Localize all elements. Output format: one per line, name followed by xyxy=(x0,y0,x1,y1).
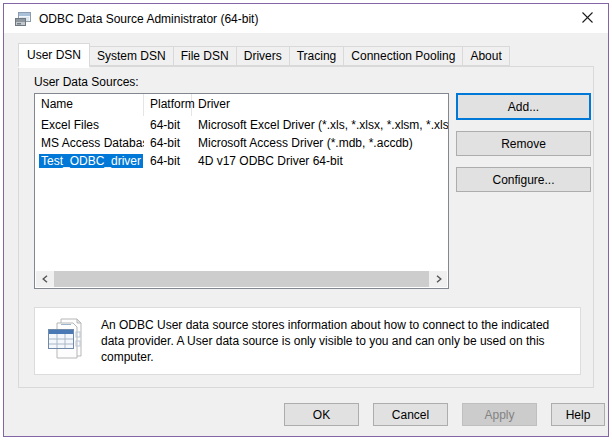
list-header: Name Platform Driver xyxy=(35,94,448,116)
dsn-name: Test_ODBC_driver xyxy=(39,154,143,168)
dsn-name: Excel Files xyxy=(39,118,101,132)
scroll-left-button[interactable] xyxy=(36,271,53,287)
window-title: ODBC Data Source Administrator (64-bit) xyxy=(39,12,258,26)
dsn-action-buttons: Add... Remove Configure... xyxy=(456,93,591,192)
odbc-app-icon xyxy=(15,11,31,27)
table-row[interactable]: Test_ODBC_driver 64-bit 4D v17 ODBC Driv… xyxy=(35,152,448,170)
dsn-platform: 64-bit xyxy=(144,152,192,170)
close-icon xyxy=(582,11,593,26)
close-button[interactable] xyxy=(566,4,608,33)
info-box: An ODBC User data source stores informat… xyxy=(34,307,581,375)
column-header-name[interactable]: Name xyxy=(35,94,144,116)
tab-label: System DSN xyxy=(97,49,166,63)
apply-button[interactable]: Apply xyxy=(462,403,537,426)
title-bar: ODBC Data Source Administrator (64-bit) xyxy=(4,4,608,33)
tab[interactable]: About xyxy=(462,46,509,66)
dsn-name: MS Access Database xyxy=(39,136,144,150)
user-data-sources-label: User Data Sources: xyxy=(34,75,139,89)
column-header-driver[interactable]: Driver xyxy=(192,94,448,116)
tab-label: Connection Pooling xyxy=(351,49,455,63)
list-body: Excel Files 64-bit Microsoft Excel Drive… xyxy=(35,116,448,170)
tab[interactable]: Tracing xyxy=(289,46,345,66)
ok-button[interactable]: OK xyxy=(284,403,359,426)
tab[interactable]: System DSN xyxy=(89,46,174,66)
dsn-driver: 4D v17 ODBC Driver 64-bit xyxy=(192,152,448,170)
dsn-driver: Microsoft Access Driver (*.mdb, *.accdb) xyxy=(192,134,448,152)
odbc-administrator-window: ODBC Data Source Administrator (64-bit) … xyxy=(3,3,609,437)
tab[interactable]: File DSN xyxy=(173,46,237,66)
tab-label: Tracing xyxy=(297,49,337,63)
data-source-document-icon xyxy=(47,316,85,363)
cancel-button[interactable]: Cancel xyxy=(373,403,448,426)
help-button[interactable]: Help xyxy=(551,403,605,426)
scroll-right-button[interactable] xyxy=(430,271,447,287)
tab[interactable]: Drivers xyxy=(236,46,290,66)
add-button[interactable]: Add... xyxy=(456,93,591,120)
dialog-footer: OK Cancel Apply Help xyxy=(284,403,605,426)
tab[interactable]: User DSN xyxy=(18,43,90,68)
tab-label: User DSN xyxy=(27,48,81,62)
user-dsn-tab-page: User Data Sources: Name Platform Driver … xyxy=(18,66,594,388)
dsn-platform: 64-bit xyxy=(144,134,192,152)
tab-strip: User DSN System DSN File DSN Drivers Tra… xyxy=(18,43,509,66)
dsn-platform: 64-bit xyxy=(144,116,192,134)
user-data-sources-list: Name Platform Driver Excel Files 64-bit … xyxy=(34,93,449,289)
remove-button[interactable]: Remove xyxy=(456,131,591,156)
tab[interactable]: Connection Pooling xyxy=(343,46,463,66)
tab-label: Drivers xyxy=(244,49,282,63)
info-text: An ODBC User data source stores informat… xyxy=(93,308,580,365)
tab-label: About xyxy=(470,49,501,63)
dsn-driver: Microsoft Excel Driver (*.xls, *.xlsx, *… xyxy=(192,116,448,134)
chevron-left-icon xyxy=(42,275,48,283)
table-row[interactable]: MS Access Database 64-bit Microsoft Acce… xyxy=(35,134,448,152)
column-header-platform[interactable]: Platform xyxy=(144,94,192,116)
tab-label: File DSN xyxy=(181,49,229,63)
horizontal-scrollbar[interactable] xyxy=(36,271,447,287)
table-row[interactable]: Excel Files 64-bit Microsoft Excel Drive… xyxy=(35,116,448,134)
chevron-right-icon xyxy=(436,275,442,283)
scrollbar-thumb[interactable] xyxy=(54,271,429,287)
configure-button[interactable]: Configure... xyxy=(456,167,591,192)
